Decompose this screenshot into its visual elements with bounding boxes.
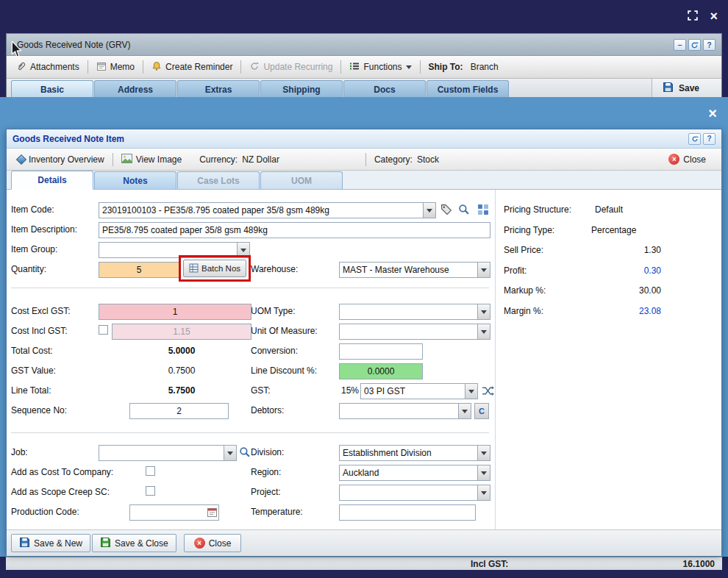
chevron-down-icon[interactable]: [423, 203, 435, 218]
tab-custom-fields[interactable]: Custom Fields: [427, 80, 509, 98]
chevron-down-icon[interactable]: [477, 485, 490, 500]
gst-value: 0.7500: [112, 365, 251, 376]
tab-basic[interactable]: Basic: [11, 80, 93, 98]
region-combo[interactable]: Auckland: [339, 465, 490, 481]
separator: [340, 60, 341, 74]
batch-nos-button[interactable]: Batch Nos: [183, 260, 246, 277]
create-reminder-button[interactable]: Create Reminder: [145, 58, 239, 76]
total-cost-label: Total Cost:: [11, 346, 53, 356]
division-combo[interactable]: Establishment Division: [339, 445, 490, 461]
gst-code-combo[interactable]: 03 PI GST: [360, 383, 478, 399]
calendar-icon[interactable]: [207, 507, 217, 519]
minimize-button[interactable]: –: [674, 39, 686, 51]
chevron-down-icon[interactable]: [465, 384, 477, 399]
gst-swap-icon[interactable]: [482, 385, 494, 396]
tab-notes[interactable]: Notes: [94, 171, 176, 189]
modal-close-icon[interactable]: ×: [708, 106, 717, 121]
memo-button[interactable]: Memo: [90, 58, 141, 76]
temperature-input[interactable]: [339, 504, 476, 521]
markup-value: 30.00: [588, 285, 661, 296]
attachments-button[interactable]: Attachments: [10, 58, 86, 76]
project-combo[interactable]: [339, 485, 490, 501]
dialog-toolbar-close-button[interactable]: × Close: [662, 151, 713, 168]
job-combo[interactable]: [99, 445, 237, 461]
dialog-close-button[interactable]: × Close: [184, 534, 241, 552]
tab-address[interactable]: Address: [94, 80, 176, 98]
quantity-input[interactable]: 5: [99, 262, 179, 278]
ship-to-label: Ship To:: [429, 62, 463, 72]
functions-menu-button[interactable]: Functions: [343, 58, 418, 76]
chevron-down-icon[interactable]: [237, 243, 249, 257]
unit-of-measure-combo[interactable]: [339, 324, 490, 340]
tab-shipping[interactable]: Shipping: [260, 80, 343, 98]
item-lookup-grid-icon[interactable]: [477, 204, 489, 215]
tag-icon[interactable]: [440, 204, 452, 215]
tab-details[interactable]: Details: [11, 171, 93, 190]
batch-grid-icon: [189, 263, 199, 274]
chevron-down-icon[interactable]: [477, 263, 490, 277]
item-code-combo[interactable]: 23019100103 - PE35/8.795 coated paper 35…: [99, 202, 436, 218]
save-button[interactable]: Save: [652, 79, 721, 98]
chevron-down-icon[interactable]: [477, 324, 490, 339]
line-discount-input[interactable]: 0.0000: [339, 363, 423, 379]
production-code-input[interactable]: [129, 504, 219, 521]
memo-icon: [96, 61, 107, 74]
inventory-overview-button[interactable]: Inventory Overview: [11, 151, 111, 168]
job-search-icon[interactable]: [239, 446, 251, 458]
cost-excl-gst-input[interactable]: 1: [99, 304, 251, 320]
tab-case-lots: Case Lots: [177, 171, 260, 189]
grv-toolbar: Attachments Memo Create Reminder Update …: [7, 56, 721, 79]
item-group-combo[interactable]: [99, 242, 250, 258]
profit-value: 0.30: [588, 265, 661, 276]
tab-uom: UOM: [260, 171, 343, 189]
save-close-button[interactable]: Save & Close: [92, 534, 176, 552]
cost-incl-gst-checkbox[interactable]: [99, 325, 108, 335]
debtors-c-button[interactable]: C: [474, 403, 489, 419]
warehouse-label: Warehouse:: [251, 264, 298, 274]
search-icon[interactable]: [458, 204, 470, 215]
chevron-down-icon[interactable]: [477, 465, 490, 480]
functions-list-icon: [349, 61, 360, 74]
markup-label: Markup %:: [504, 285, 546, 296]
warehouse-combo[interactable]: MAST - Master Warehouse: [339, 262, 490, 278]
uom-type-label: UOM Type:: [251, 306, 295, 316]
gst-value-label: GST Value:: [11, 365, 56, 376]
uom-type-combo[interactable]: [339, 304, 490, 320]
dialog-header: Goods Received Note Item ?: [7, 129, 721, 149]
save-close-floppy-icon: [100, 537, 111, 550]
close-circle-icon: ×: [194, 538, 205, 549]
view-image-button[interactable]: View Image: [115, 151, 188, 168]
pricing-type-value: Percentage: [591, 225, 636, 235]
item-description-input[interactable]: PE35/8.795 coated paper 35/8 gsm 489kg: [99, 222, 490, 238]
debtors-combo[interactable]: [339, 403, 471, 419]
tab-docs[interactable]: Docs: [343, 80, 426, 98]
restore-window-icon[interactable]: [688, 10, 698, 23]
divider: [11, 432, 489, 433]
ship-to-value[interactable]: Branch: [471, 62, 499, 72]
currency-label: Currency:: [199, 154, 238, 165]
save-floppy-icon: [19, 537, 30, 550]
tab-extras[interactable]: Extras: [177, 80, 260, 98]
desktop-titlebar: ×: [0, 0, 728, 33]
save-new-button[interactable]: Save & New: [11, 534, 90, 552]
add-cost-checkbox[interactable]: [146, 466, 155, 476]
grv-titlebar[interactable]: Goods Received Note (GRV) – ?: [7, 34, 721, 56]
temperature-label: Temperature:: [251, 507, 303, 517]
chevron-down-icon[interactable]: [477, 446, 490, 460]
add-scope-checkbox[interactable]: [146, 486, 155, 496]
incl-gst-label: Incl GST:: [471, 559, 508, 569]
close-icon[interactable]: ×: [710, 10, 718, 23]
dialog-help-button[interactable]: ?: [703, 133, 715, 145]
chevron-down-icon[interactable]: [224, 446, 236, 460]
sequence-no-input[interactable]: 2: [129, 403, 229, 419]
incl-gst-value: 16.1000: [683, 559, 715, 569]
pricing-structure-value: Default: [595, 204, 623, 215]
chevron-down-icon[interactable]: [477, 304, 490, 319]
dialog-refresh-button[interactable]: [688, 133, 701, 145]
conversion-input[interactable]: [339, 343, 423, 360]
help-button[interactable]: ?: [703, 39, 715, 51]
refresh-button[interactable]: [688, 39, 701, 51]
chevron-down-icon[interactable]: [458, 404, 471, 418]
currency-value: NZ Dollar: [242, 154, 279, 165]
dialog-body: Item Code: Item Description: Item Group:…: [7, 190, 721, 529]
